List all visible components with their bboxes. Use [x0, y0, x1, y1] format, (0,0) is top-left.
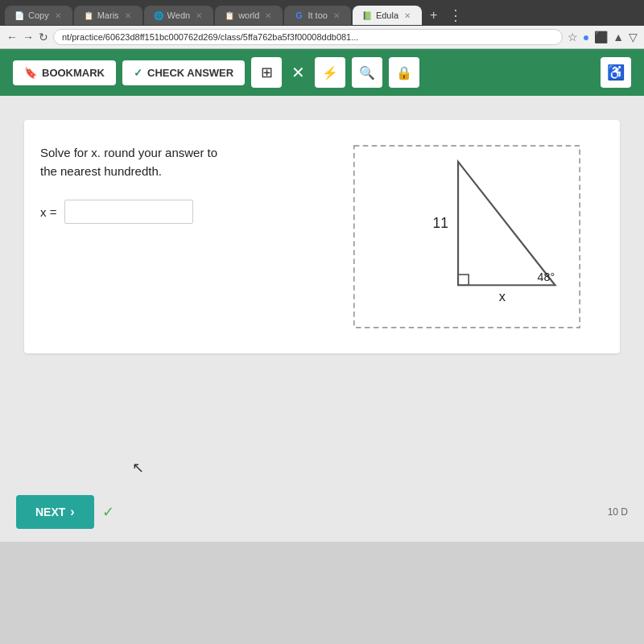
tab-edula-close[interactable]: ✕ [402, 11, 412, 20]
accessibility-button[interactable]: ♿ [601, 57, 631, 88]
question-left: Solve for x. round your answer to the ne… [40, 144, 314, 224]
next-button[interactable]: NEXT › [16, 495, 94, 529]
tab-copy[interactable]: 📄 Copy ✕ [5, 6, 72, 25]
extension-icon[interactable]: ⬛ [594, 31, 608, 43]
answer-input[interactable] [64, 200, 193, 224]
tab-copy-label: Copy [28, 10, 49, 20]
tab-world-label: world [238, 10, 259, 20]
lock-button[interactable]: 🔒 [389, 57, 419, 88]
tab-world-close[interactable]: ✕ [263, 11, 273, 20]
side-label: 11 [432, 215, 448, 231]
close-button[interactable]: ✕ [288, 63, 308, 82]
tab-maris-icon: 📋 [84, 10, 93, 20]
toolbar-right: ♿ [601, 57, 631, 88]
checkmark-icon: ✓ [134, 67, 142, 79]
forward-icon[interactable]: → [23, 31, 34, 43]
reload-icon[interactable]: ↻ [39, 31, 48, 43]
tab-maris-close[interactable]: ✕ [123, 11, 133, 20]
next-chevron-icon: › [70, 505, 74, 519]
x-label: x [499, 289, 506, 303]
add-tab-button[interactable]: + [423, 5, 444, 26]
toolbar: 🔖 BOOKMARK ✓ CHECK ANSWER ⊞ ✕ ⚡ 🔍 🔒 [0, 49, 644, 96]
address-input[interactable] [53, 29, 563, 45]
shield-icon[interactable]: ▲ [613, 31, 624, 43]
accessibility-icon: ♿ [607, 64, 625, 81]
diagram-area: 11 48° x [330, 144, 604, 329]
tab-edula[interactable]: 📗 Edula ✕ [353, 6, 422, 25]
next-label: NEXT [35, 506, 65, 518]
close-icon: ✕ [291, 64, 305, 81]
question-text: Solve for x. round your answer to the ne… [40, 144, 314, 180]
tab-bar: 📄 Copy ✕ 📋 Maris ✕ 🌐 Wedn ✕ 📋 world ✕ G … [0, 0, 644, 26]
answer-row: x = [40, 200, 314, 224]
svg-marker-1 [458, 162, 555, 285]
progress-text: 10 D [608, 506, 628, 518]
profile-icon[interactable]: ● [583, 31, 589, 43]
tab-world-icon: 📋 [225, 10, 234, 20]
lock-icon: 🔒 [396, 65, 412, 80]
back-icon[interactable]: ← [6, 31, 18, 43]
lightning-button[interactable]: ⚡ [315, 57, 345, 88]
tab-edula-icon: 📗 [362, 10, 372, 20]
x-equals-label: x = [40, 205, 56, 219]
grid-icon: ⊞ [261, 64, 273, 81]
browser-chrome: 📄 Copy ✕ 📋 Maris ✕ 🌐 Wedn ✕ 📋 world ✕ G … [0, 0, 644, 96]
bottom-bar: NEXT › ✓ 10 D [0, 482, 644, 542]
tab-wedn[interactable]: 🌐 Wedn ✕ [144, 6, 214, 25]
vpn-icon[interactable]: ▽ [629, 31, 638, 43]
check-answer-label: CHECK ANSWER [147, 67, 233, 79]
tab-wedn-label: Wedn [167, 10, 191, 20]
tab-maris[interactable]: 📋 Maris ✕ [74, 6, 142, 25]
grid-button[interactable]: ⊞ [251, 57, 282, 88]
address-bar: ← → ↻ ☆ ● ⬛ ▲ ▽ [0, 26, 644, 49]
tab-wedn-close[interactable]: ✕ [194, 11, 204, 20]
check-indicator: ✓ [102, 503, 114, 521]
triangle-svg: 11 48° x [330, 144, 604, 329]
search-button[interactable]: 🔍 [352, 57, 382, 88]
tab-copy-close[interactable]: ✕ [53, 11, 63, 20]
tab-copy-icon: 📄 [14, 10, 24, 20]
tab-edula-label: Edula [376, 10, 398, 20]
tab-ittoo-icon: G [294, 10, 303, 20]
tab-ittoo[interactable]: G It too ✕ [284, 6, 350, 25]
question-card: Solve for x. round your answer to the ne… [24, 120, 620, 353]
question-line2: the nearest hundredth. [40, 164, 162, 178]
bookmark-label: BOOKMARK [42, 67, 105, 79]
tab-ittoo-label: It too [308, 10, 327, 20]
question-line1: Solve for x. round your answer to [40, 146, 217, 159]
tab-maris-label: Maris [97, 10, 119, 20]
svg-rect-2 [458, 275, 469, 285]
star-icon[interactable]: ☆ [568, 31, 578, 43]
bookmark-icon: 🔖 [24, 67, 37, 79]
angle-label: 48° [538, 270, 555, 283]
tab-ittoo-close[interactable]: ✕ [332, 11, 341, 20]
bookmark-button[interactable]: 🔖 BOOKMARK [13, 60, 116, 85]
tab-wedn-icon: 🌐 [154, 10, 163, 20]
tab-world[interactable]: 📋 world ✕ [215, 6, 283, 25]
browser-menu-icon[interactable]: ⋮ [448, 6, 463, 24]
search-icon: 🔍 [359, 65, 375, 80]
main-content: Solve for x. round your answer to the ne… [0, 96, 644, 482]
check-answer-button[interactable]: ✓ CHECK ANSWER [122, 60, 245, 85]
lightning-icon: ⚡ [322, 65, 338, 80]
